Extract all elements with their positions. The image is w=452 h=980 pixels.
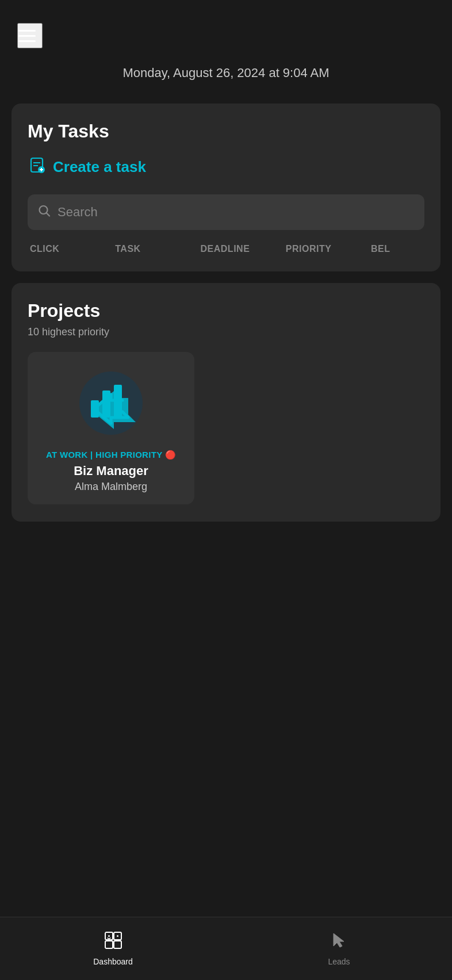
svg-rect-15 (114, 941, 121, 948)
col-priority: PRIORITY (286, 244, 371, 254)
hamburger-line-3 (18, 40, 36, 42)
nav-item-leads[interactable]: Leads (226, 917, 452, 980)
svg-line-7 (47, 213, 50, 216)
col-deadline: DEADLINE (201, 244, 286, 254)
dashboard-icon (104, 931, 122, 954)
project-status: AT WORK | HIGH PRIORITY 🔴 (46, 450, 176, 460)
create-task-button[interactable]: Create a task (28, 156, 146, 178)
my-tasks-card: My Tasks Create a task (12, 104, 440, 271)
col-bel: BEL (371, 244, 422, 254)
projects-subtitle: 10 highest priority (28, 326, 424, 338)
tasks-card-title: My Tasks (28, 121, 424, 142)
project-item[interactable]: AT WORK | HIGH PRIORITY 🔴 Biz Manager Al… (28, 352, 194, 504)
hamburger-line-1 (18, 30, 36, 32)
create-task-label: Create a task (53, 158, 146, 176)
datetime-display: Monday, August 26, 2024 at 9:04 AM (17, 60, 435, 92)
dashboard-nav-label: Dashboard (93, 957, 133, 966)
project-name: Biz Manager (74, 464, 148, 478)
hamburger-menu-button[interactable] (17, 23, 43, 48)
search-container (28, 194, 424, 230)
leads-nav-label: Leads (328, 957, 350, 966)
search-input[interactable] (28, 194, 424, 230)
projects-card-title: Projects (28, 300, 424, 321)
svg-point-17 (117, 935, 118, 937)
svg-point-16 (108, 935, 110, 937)
tasks-table-header: CLICK TASK DEADLINE PRIORITY BEL (28, 244, 424, 254)
top-bar: Monday, August 26, 2024 at 9:04 AM (0, 0, 452, 104)
col-click: CLICK (30, 244, 115, 254)
bottom-nav: Dashboard Leads (0, 917, 452, 980)
search-icon (38, 205, 51, 220)
project-logo (68, 366, 154, 441)
svg-rect-14 (105, 941, 113, 948)
col-task: TASK (115, 244, 200, 254)
main-content: My Tasks Create a task (0, 104, 452, 980)
leads-icon (330, 931, 348, 954)
create-task-icon (28, 156, 46, 178)
project-person: Alma Malmberg (75, 481, 147, 493)
hamburger-line-2 (18, 35, 36, 37)
nav-item-dashboard[interactable]: Dashboard (0, 917, 226, 980)
projects-card: Projects 10 highest priority (12, 283, 440, 522)
